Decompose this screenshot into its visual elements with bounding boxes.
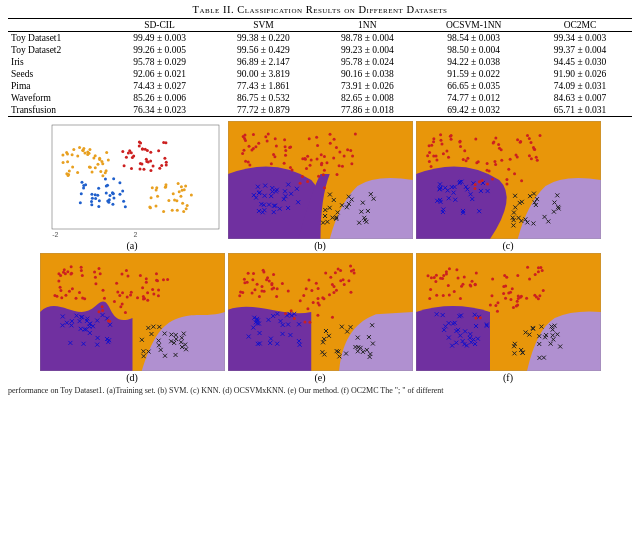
table-title: Table II. Classification Results on Diff…	[8, 4, 632, 15]
table-cell: 91.59 ± 0.022	[419, 68, 528, 80]
plot-f	[416, 253, 601, 371]
table-cell: 98.78 ± 0.004	[315, 32, 419, 45]
results-table: SD-CIL SVM 1NN OCSVM-1NN OC2MC Toy Datas…	[8, 18, 632, 117]
table-cell: 95.78 ± 0.029	[108, 56, 212, 68]
figure-d-label: (d)	[126, 372, 138, 383]
table-cell: Toy Dataset1	[8, 32, 108, 45]
figure-d: (d)	[40, 253, 225, 383]
figure-c: (c)	[416, 121, 601, 251]
figure-f: (f)	[416, 253, 601, 383]
table-cell: 99.38 ± 0.220	[211, 32, 315, 45]
figure-a: (a)	[40, 121, 225, 251]
top-figures-row: (a) (b) (c)	[4, 121, 636, 251]
plot-b	[228, 121, 413, 239]
plot-e	[228, 253, 413, 371]
table-cell: 90.00 ± 3.819	[211, 68, 315, 80]
table-cell: Waveform	[8, 92, 108, 104]
table-cell: 77.86 ± 0.018	[315, 104, 419, 117]
table-cell: 99.37 ± 0.004	[528, 44, 632, 56]
table-cell: Transfusion	[8, 104, 108, 117]
table-cell: 94.45 ± 0.030	[528, 56, 632, 68]
table-section: Table II. Classification Results on Diff…	[0, 0, 640, 119]
plot-c	[416, 121, 601, 239]
table-cell: 65.71 ± 0.031	[528, 104, 632, 117]
table-cell: 74.09 ± 0.031	[528, 80, 632, 92]
figure-e: (e)	[228, 253, 413, 383]
table-cell: 84.63 ± 0.007	[528, 92, 632, 104]
bottom-figures-row: (d) (e) (f)	[4, 253, 636, 383]
figure-e-label: (e)	[314, 372, 325, 383]
table-cell: 90.16 ± 0.038	[315, 68, 419, 80]
table-cell: 99.26 ± 0.005	[108, 44, 212, 56]
table-cell: 77.72 ± 0.879	[211, 104, 315, 117]
table-cell: 92.06 ± 0.021	[108, 68, 212, 80]
table-cell: 96.89 ± 2.147	[211, 56, 315, 68]
figure-f-label: (f)	[503, 372, 513, 383]
col-header-dataset	[8, 19, 108, 32]
table-cell: 74.77 ± 0.012	[419, 92, 528, 104]
col-header-ocsvm1nn: OCSVM-1NN	[419, 19, 528, 32]
table-cell: Toy Dataset2	[8, 44, 108, 56]
table-cell: 76.34 ± 0.023	[108, 104, 212, 117]
table-cell: 91.90 ± 0.026	[528, 68, 632, 80]
table-cell: 99.34 ± 0.003	[528, 32, 632, 45]
figure-caption: performance on Toy Dataset1. (a)Training…	[0, 385, 640, 397]
table-cell: 85.26 ± 0.006	[108, 92, 212, 104]
col-header-svm: SVM	[211, 19, 315, 32]
figures-section: (a) (b) (c) (d) (e) (f)	[0, 119, 640, 385]
figure-c-label: (c)	[502, 240, 513, 251]
table-cell: 94.22 ± 0.038	[419, 56, 528, 68]
figure-b-label: (b)	[314, 240, 326, 251]
plot-a	[40, 121, 225, 239]
table-cell: 66.65 ± 0.035	[419, 80, 528, 92]
col-header-oc2mc: OC2MC	[528, 19, 632, 32]
table-cell: 86.75 ± 0.532	[211, 92, 315, 104]
table-cell: 98.50 ± 0.004	[419, 44, 528, 56]
table-cell: 99.23 ± 0.004	[315, 44, 419, 56]
table-cell: 77.43 ± 1.861	[211, 80, 315, 92]
plot-d	[40, 253, 225, 371]
table-cell: 73.91 ± 0.026	[315, 80, 419, 92]
table-cell: 95.78 ± 0.024	[315, 56, 419, 68]
table-cell: 99.56 ± 0.429	[211, 44, 315, 56]
table-cell: Seeds	[8, 68, 108, 80]
table-cell: 98.54 ± 0.003	[419, 32, 528, 45]
table-cell: 99.49 ± 0.003	[108, 32, 212, 45]
figure-a-label: (a)	[126, 240, 137, 251]
figure-b: (b)	[228, 121, 413, 251]
table-cell: 82.65 ± 0.008	[315, 92, 419, 104]
col-header-1nn: 1NN	[315, 19, 419, 32]
table-cell: Pima	[8, 80, 108, 92]
table-cell: 74.43 ± 0.027	[108, 80, 212, 92]
table-cell: Iris	[8, 56, 108, 68]
table-cell: 69.42 ± 0.032	[419, 104, 528, 117]
col-header-sdcil: SD-CIL	[108, 19, 212, 32]
